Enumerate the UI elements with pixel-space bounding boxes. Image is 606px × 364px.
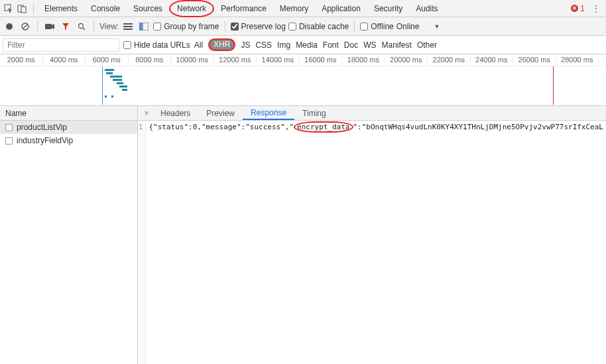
tick: 6000 ms — [86, 54, 129, 66]
more-icon[interactable]: ⋮ — [590, 3, 602, 15]
device-toggle-icon[interactable] — [16, 3, 28, 15]
filter-type-img[interactable]: Img — [277, 40, 290, 50]
filter-input[interactable] — [3, 38, 119, 52]
svg-rect-5 — [45, 24, 52, 29]
svg-rect-8 — [123, 23, 133, 25]
resp-pre: {"status":0,"message":"success"," — [149, 123, 294, 131]
tab-audits[interactable]: Audits — [409, 0, 444, 17]
offline-toggle[interactable]: Offline — [360, 22, 393, 31]
timeline-overview[interactable]: 2000 ms 4000 ms 6000 ms 8000 ms 10000 ms… — [0, 54, 606, 106]
filter-type-ws[interactable]: WS — [363, 40, 376, 50]
throttling-value: Online — [396, 22, 420, 31]
svg-rect-9 — [123, 26, 133, 27]
resp-post: ":"bOnqtWHqs4vudLnK0KY4XY1THnLjDMjne5OPv… — [353, 123, 604, 131]
hide-data-urls-label: Hide data URLs — [134, 40, 190, 50]
tick: 18000 ms — [342, 54, 385, 66]
tick: 12000 ms — [214, 54, 257, 66]
error-count: 1 — [580, 4, 585, 13]
tick: 28000 ms — [556, 54, 599, 66]
clear-icon[interactable] — [19, 20, 32, 33]
group-by-frame-toggle[interactable]: Group by frame — [153, 22, 219, 31]
request-row[interactable]: industryFieldVip — [0, 134, 137, 147]
tick: 24000 ms — [471, 54, 514, 66]
filter-type-manifest[interactable]: Manifest — [382, 40, 412, 50]
svg-rect-12 — [143, 23, 149, 30]
detail-tab-headers[interactable]: Headers — [152, 107, 198, 120]
filter-type-xhr[interactable]: XHR — [208, 38, 235, 51]
tick: 2000 ms — [0, 54, 43, 66]
error-badge[interactable]: ✕ 1 — [571, 4, 585, 13]
tick: 16000 ms — [300, 54, 343, 66]
tab-application[interactable]: Application — [315, 0, 367, 17]
filter-type-all[interactable]: All — [194, 40, 203, 50]
tab-memory[interactable]: Memory — [273, 0, 315, 17]
preserve-log-label: Preserve log — [241, 22, 286, 31]
request-name: industryFieldVip — [17, 136, 73, 145]
detail-tab-preview[interactable]: Preview — [198, 107, 243, 120]
tab-network[interactable]: Network — [169, 0, 214, 17]
filter-type-doc[interactable]: Doc — [344, 40, 358, 50]
tab-sources[interactable]: Sources — [127, 0, 169, 17]
inspect-icon[interactable] — [3, 3, 15, 15]
checkbox-icon — [5, 124, 13, 131]
tab-security[interactable]: Security — [367, 0, 409, 17]
svg-point-6 — [79, 23, 84, 28]
large-rows-icon[interactable] — [121, 20, 135, 33]
checkbox-icon — [5, 137, 13, 145]
view-label: View: — [99, 22, 119, 31]
chevron-down-icon: ▼ — [434, 23, 440, 30]
tick: 8000 ms — [129, 54, 172, 66]
disable-cache-label: Disable cache — [299, 22, 349, 31]
record-icon[interactable] — [3, 20, 16, 33]
disable-cache-toggle[interactable]: Disable cache — [288, 22, 349, 31]
tick: 22000 ms — [428, 54, 471, 66]
offline-label: Offline — [371, 22, 393, 31]
resp-highlight: encrypt_data — [294, 121, 353, 133]
tick: 10000 ms — [171, 54, 214, 66]
response-text[interactable]: {"status":0,"message":"success","encrypt… — [146, 121, 606, 364]
tab-elements[interactable]: Elements — [38, 0, 84, 17]
filter-type-font[interactable]: Font — [323, 40, 339, 50]
hide-data-urls-toggle[interactable]: Hide data URLs — [123, 40, 190, 50]
throttling-select[interactable]: Online ▼ — [396, 22, 440, 31]
divider — [33, 3, 34, 14]
filter-icon[interactable] — [59, 20, 72, 33]
request-name: productListVip — [17, 123, 67, 132]
error-icon: ✕ — [571, 5, 578, 12]
tick: 26000 ms — [513, 54, 556, 66]
svg-rect-10 — [123, 29, 133, 30]
tick: 14000 ms — [257, 54, 300, 66]
svg-line-7 — [83, 28, 85, 30]
svg-rect-11 — [139, 23, 142, 30]
tab-console[interactable]: Console — [84, 0, 127, 17]
request-row[interactable]: productListVip — [0, 121, 137, 134]
filter-type-other[interactable]: Other — [417, 40, 437, 50]
detail-tab-timing[interactable]: Timing — [294, 107, 334, 120]
search-icon[interactable] — [75, 20, 88, 33]
tick: 4000 ms — [43, 54, 86, 66]
filter-type-css[interactable]: CSS — [255, 40, 272, 50]
svg-line-4 — [23, 24, 28, 29]
line-number: 1 — [138, 121, 146, 364]
overview-icon[interactable] — [137, 20, 151, 33]
close-icon[interactable]: × — [141, 109, 152, 118]
preserve-log-toggle[interactable]: Preserve log — [231, 22, 286, 31]
camera-icon[interactable] — [43, 20, 56, 33]
svg-rect-2 — [21, 7, 26, 13]
group-by-frame-label: Group by frame — [164, 22, 219, 31]
filter-type-js[interactable]: JS — [241, 40, 250, 50]
tick: 20000 ms — [385, 54, 428, 66]
tab-performance[interactable]: Performance — [214, 0, 273, 17]
filter-type-media[interactable]: Media — [296, 40, 318, 50]
detail-tab-response[interactable]: Response — [243, 106, 294, 120]
requests-header: Name — [0, 106, 137, 121]
